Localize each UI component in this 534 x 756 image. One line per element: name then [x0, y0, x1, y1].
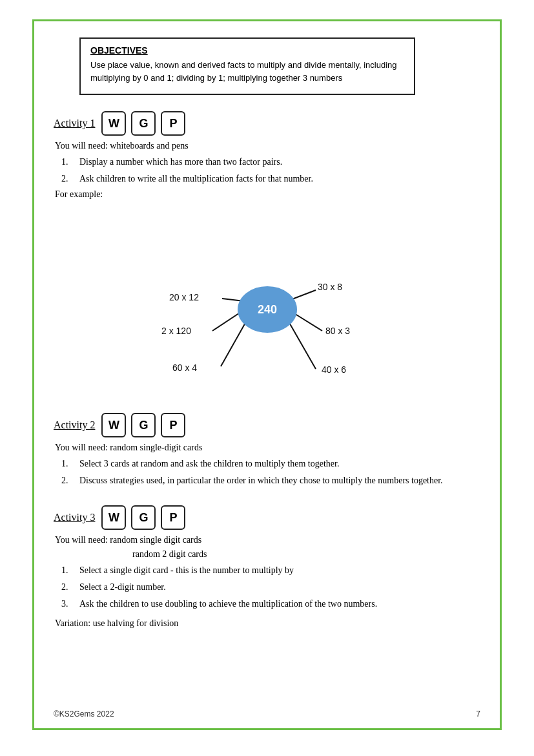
objectives-title: OBJECTIVES — [90, 45, 404, 56]
activity2-you-will-need: You will need: random single-digit cards — [55, 443, 480, 453]
activity1-badge-w: W — [101, 111, 126, 136]
mindmap-label-60x4: 60 x 4 — [172, 362, 197, 373]
activity3-badge-g: G — [131, 505, 156, 530]
activity1-steps: 1. Display a number which has more than … — [61, 155, 480, 185]
mindmap-label-30x8: 30 x 8 — [318, 282, 342, 292]
activity2-step2: 2. Discuss strategies used, in particula… — [61, 474, 480, 487]
activity1-you-will-need: You will need: whiteboards and pens — [55, 141, 480, 151]
activity3-label: Activity 3 — [54, 512, 95, 523]
mindmap-label-2x120: 2 x 120 — [161, 326, 191, 336]
mindmap-center: 240 — [257, 303, 276, 316]
activity2-badge-p: P — [161, 413, 185, 437]
activity3-you-will-need-line1: You will need: random single digit cards — [55, 535, 480, 545]
activity2-content: You will need: random single-digit cards… — [55, 443, 480, 487]
outer-border: OBJECTIVES Use place value, known and de… — [32, 19, 502, 730]
activity3-content: You will need: random single digit cards… — [55, 535, 480, 629]
activity1-header: Activity 1 W G P — [54, 111, 480, 136]
activity1-step1: 1. Display a number which has more than … — [61, 155, 480, 169]
activity3-step2: 2. Select a 2-digit number. — [61, 580, 480, 594]
activity2-header: Activity 2 W G P — [54, 413, 480, 437]
mindmap-svg: 240 20 x 12 2 x 120 60 x 4 30 x 8 80 x 3… — [74, 206, 461, 400]
activity3-you-will-need-line2: random 2 digit cards — [132, 549, 480, 560]
activity3-badge-w: W — [101, 505, 126, 530]
footer: ©KS2Gems 2022 7 — [54, 709, 480, 719]
activity1-content: You will need: whiteboards and pens 1. D… — [55, 141, 480, 200]
activity2-badge-g: G — [131, 413, 156, 437]
page: OBJECTIVES Use place value, known and de… — [0, 0, 534, 756]
mindmap-label-80x3: 80 x 3 — [325, 326, 350, 336]
activity3-step1: 1. Select a single digit card - this is … — [61, 563, 480, 577]
mindmap-label-40x6: 40 x 6 — [322, 364, 346, 375]
activity1-badge-g: G — [131, 111, 156, 136]
activity1-for-example: For example: — [55, 189, 480, 200]
mindmap-label-20x12: 20 x 12 — [169, 292, 199, 302]
objectives-text: Use place value, known and derived facts… — [90, 59, 404, 84]
activity2-step1: 1. Select 3 cards at random and ask the … — [61, 457, 480, 470]
activity2-label: Activity 2 — [54, 419, 95, 431]
objectives-box: OBJECTIVES Use place value, known and de… — [79, 37, 415, 95]
activity1-label: Activity 1 — [54, 118, 95, 129]
activity1-badge-p: P — [161, 111, 185, 136]
activity2-badge-w: W — [101, 413, 126, 437]
activity3-steps: 1. Select a single digit card - this is … — [61, 563, 480, 611]
activity3-header: Activity 3 W G P — [54, 505, 480, 530]
activity3-variation: Variation: use halving for division — [55, 618, 480, 629]
mindmap: 240 20 x 12 2 x 120 60 x 4 30 x 8 80 x 3… — [54, 206, 480, 400]
activity1-step2: 2. Ask children to write all the multipl… — [61, 172, 480, 185]
footer-right: 7 — [476, 709, 480, 719]
activity3-badge-p: P — [161, 505, 185, 530]
activity3-step3: 3. Ask the children to use doubling to a… — [61, 597, 480, 611]
footer-left: ©KS2Gems 2022 — [54, 709, 114, 719]
activity2-steps: 1. Select 3 cards at random and ask the … — [61, 457, 480, 487]
